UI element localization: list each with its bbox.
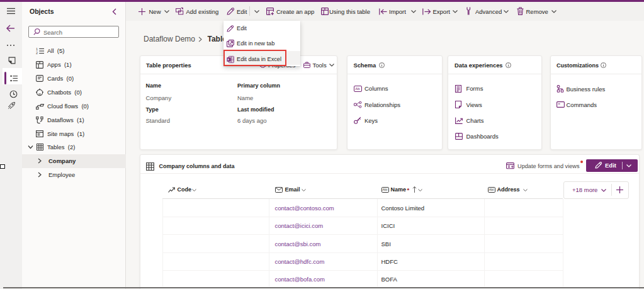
svg-text:Abl: Abl [489,188,494,191]
svg-text:1: 1 [36,47,38,50]
svg-text:Abl: Abl [382,188,387,191]
svg-text:2: 2 [36,51,38,55]
svg-text:Ab: Ab [355,87,360,91]
